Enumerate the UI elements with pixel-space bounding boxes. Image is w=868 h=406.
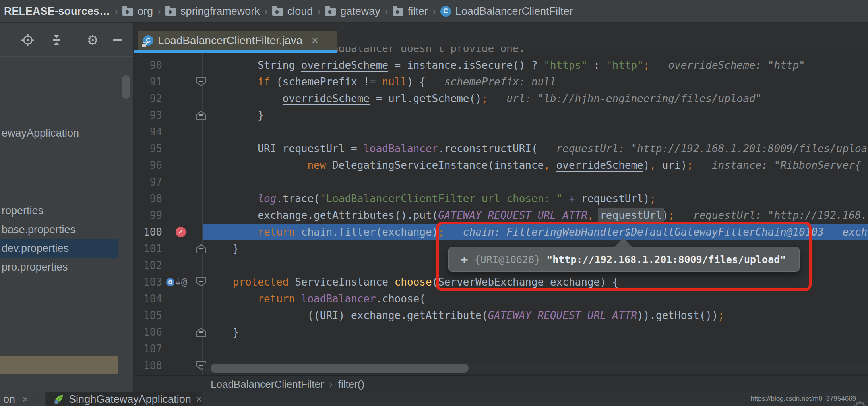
- value-label: "http://192.168.1.201:8009/files/upload": [546, 254, 786, 265]
- line-number[interactable]: 102: [134, 257, 162, 274]
- editor-tab-loadbalancerclientfilter[interactable]: C LoadBalancerClientFilter.java ×: [138, 31, 337, 50]
- breadcrumb-item-springframework[interactable]: springframework: [180, 5, 260, 17]
- token: ;: [438, 226, 444, 238]
- line-number[interactable]: 95: [134, 140, 162, 157]
- code-line-100[interactable]: 100✓ return chain.filter(exchange);chain…: [134, 224, 868, 240]
- token: loadBalancer: [363, 143, 438, 155]
- token: loadBalancer: [301, 293, 376, 305]
- line-number[interactable]: 91: [134, 73, 162, 90]
- line-number[interactable]: 100: [134, 224, 162, 240]
- tree-item-dev-properties[interactable]: dev.properties: [0, 239, 118, 258]
- code-line-104[interactable]: 104 return loadBalancer.choose(: [134, 290, 868, 307]
- token: protected: [233, 276, 289, 288]
- code-line-106[interactable]: 106 }: [134, 324, 868, 340]
- tree-item-pro-properties[interactable]: pro.properties: [0, 258, 118, 276]
- code-line-99[interactable]: 99 exchange.getAttributes().put(GATEWAY_…: [134, 207, 868, 224]
- line-number[interactable]: 92: [134, 90, 162, 107]
- breadcrumb-class[interactable]: LoadBalancerClientFilter: [211, 378, 324, 391]
- token: GATEWAY_REQUEST_URL_ATTR: [438, 209, 587, 221]
- code-line-105[interactable]: 105 ((URI) exchange.getAttribute(GATEWAY…: [134, 307, 868, 324]
- token: )).getHost()): [637, 309, 718, 321]
- line-number[interactable]: 104: [134, 290, 162, 307]
- breadcrumb-item-filter[interactable]: filter: [408, 5, 428, 17]
- token: ,: [544, 159, 550, 171]
- toolbar-divider: [75, 32, 75, 48]
- breadcrumb-item-cloud[interactable]: cloud: [287, 5, 313, 17]
- breadcrumb-item-gateway[interactable]: gateway: [340, 5, 380, 17]
- tree-item-ewayApplication[interactable]: ewayApplication: [0, 124, 118, 143]
- code-line-98[interactable]: 98 log.trace("LoadBalancerClientFilter u…: [134, 190, 868, 207]
- code-line-93[interactable]: 93 }: [134, 107, 868, 124]
- token: (schemePrefix !=: [270, 76, 382, 88]
- line-number[interactable]: 90: [134, 57, 162, 73]
- tree-item-roperties[interactable]: roperties: [0, 201, 118, 220]
- code-line-95[interactable]: 95 URI requestUrl = loadBalancer.reconst…: [134, 140, 868, 157]
- line-number[interactable]: 96: [134, 157, 162, 174]
- breadcrumb-root[interactable]: RELEASE-sources…: [4, 5, 110, 17]
- token: [550, 159, 556, 171]
- code-line-92[interactable]: 92 overrideScheme = url.getScheme();url:…: [134, 90, 868, 107]
- code-line-103[interactable]: 103↓@ protected ServiceInstance choose(S…: [134, 274, 868, 290]
- line-number[interactable]: 97: [134, 174, 162, 190]
- ide-window: RELEASE-sources…›org›springframework›clo…: [0, 0, 868, 406]
- breadcrumb-method[interactable]: filter(): [338, 378, 364, 391]
- line-number[interactable]: 93: [134, 107, 162, 124]
- tree-item-base-properties[interactable]: base.properties: [0, 220, 118, 239]
- collapse-all-icon[interactable]: [50, 34, 63, 46]
- navigation-breadcrumb-bar: RELEASE-sources…›org›springframework›clo…: [0, 0, 868, 23]
- horizontal-scrollbar[interactable]: [211, 364, 469, 373]
- line-number[interactable]: 107: [134, 340, 162, 357]
- code-text: exchange.getAttributes().put(GATEWAY_REQ…: [208, 207, 868, 224]
- line-number[interactable]: 94: [134, 124, 162, 140]
- code-line-107[interactable]: 107: [134, 340, 868, 357]
- gear-icon[interactable]: ⚙: [87, 34, 99, 46]
- watermark-gear-icon: ⚙: [852, 397, 868, 406]
- code-editor[interactable]: 89 // if the loadbalancer doesn't provid…: [134, 23, 868, 375]
- fold-end-icon[interactable]: [196, 327, 206, 337]
- line-number[interactable]: 106: [134, 324, 162, 340]
- code-text: return chain.filter(exchange);chain: Fil…: [208, 224, 868, 240]
- fold-end-icon[interactable]: [196, 110, 206, 120]
- token: URI requestUrl =: [258, 143, 363, 155]
- token: if: [258, 76, 270, 88]
- annotation-at-icon: @: [181, 274, 187, 290]
- code-line-96[interactable]: 96 new DelegatingServiceInstance(instanc…: [134, 157, 868, 174]
- chevron-icon: ›: [317, 5, 321, 17]
- line-number[interactable]: 105: [134, 307, 162, 324]
- tool-window-tab-cut[interactable]: on ×: [0, 392, 45, 406]
- token: [295, 293, 301, 305]
- token: ServiceInstance: [289, 276, 395, 288]
- line-number[interactable]: 99: [134, 207, 162, 224]
- code-line-94[interactable]: 94: [134, 124, 868, 140]
- breadcrumb-item-class[interactable]: LoadBalancerClientFilter: [455, 5, 573, 17]
- code-line-97[interactable]: 97: [134, 174, 868, 190]
- tab-close-icon[interactable]: ×: [312, 35, 318, 46]
- fold-start-icon[interactable]: [196, 77, 206, 87]
- fold-start-icon[interactable]: [196, 277, 206, 287]
- code-text: new DelegatingServiceInstance(instance, …: [208, 157, 861, 174]
- code-text: protected ServiceInstance choose(ServerW…: [208, 274, 618, 290]
- overriding-method-icon[interactable]: [166, 278, 174, 286]
- inline-debugger-hint: requestUrl: "http://192.168.1.201:8009/f…: [693, 209, 868, 221]
- tab-close-icon[interactable]: ×: [22, 393, 28, 406]
- code-lines[interactable]: 89 // if the loadbalancer doesn't provid…: [134, 23, 868, 375]
- fold-end-icon[interactable]: [196, 244, 206, 253]
- line-number[interactable]: 108: [134, 357, 162, 374]
- breadcrumb-item-org[interactable]: org: [138, 5, 153, 17]
- spring-boot-leaf-icon: [53, 393, 64, 405]
- code-line-90[interactable]: 90 String overrideScheme = instance.isSe…: [134, 57, 868, 73]
- expand-icon[interactable]: +: [461, 253, 468, 265]
- breakpoint-icon[interactable]: ✓: [176, 227, 186, 237]
- hide-panel-icon[interactable]: [113, 34, 126, 46]
- tab-close-icon[interactable]: ×: [196, 393, 202, 406]
- token: = url.getScheme(): [370, 93, 482, 104]
- token: new: [307, 159, 326, 171]
- locate-target-icon[interactable]: [21, 34, 34, 46]
- sidebar-scrollbar[interactable]: [122, 75, 130, 99]
- java-class-icon: C: [143, 35, 153, 46]
- line-number[interactable]: 103: [134, 274, 162, 290]
- line-number[interactable]: 101: [134, 240, 162, 257]
- code-line-91[interactable]: 91 if (schemePrefix != null) {schemePref…: [134, 73, 868, 90]
- tool-window-tab-singhgatewayapplication[interactable]: SinghGatewayApplication ×: [46, 392, 202, 406]
- line-number[interactable]: 98: [134, 190, 162, 207]
